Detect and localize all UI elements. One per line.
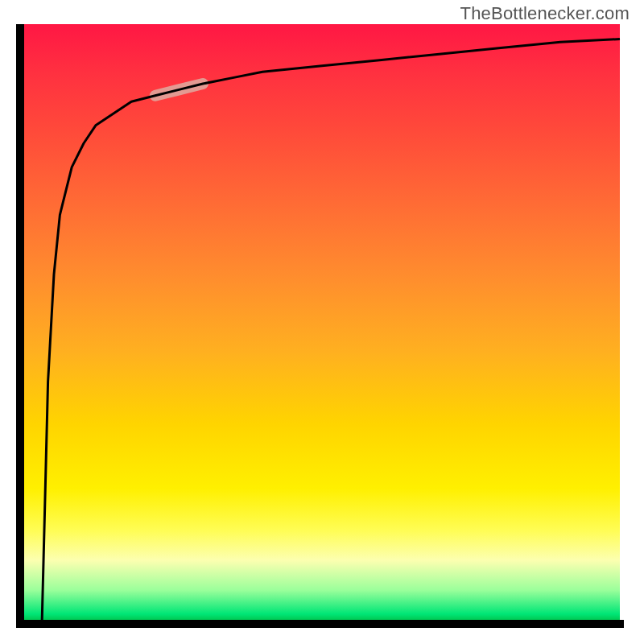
bottleneck-curve <box>42 39 620 621</box>
bottleneck-chart: TheBottlenecker.com <box>0 0 644 644</box>
x-axis <box>16 620 624 628</box>
y-axis <box>16 24 24 624</box>
watermark-text: TheBottlenecker.com <box>460 3 630 24</box>
curve-layer <box>24 24 620 620</box>
